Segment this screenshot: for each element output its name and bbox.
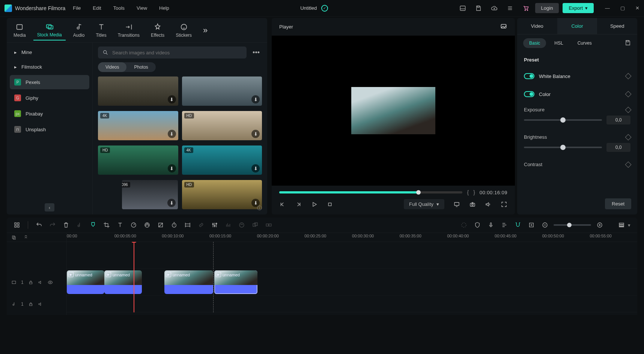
- thumbnail[interactable]: 4K⬇: [98, 111, 178, 140]
- tab-transitions[interactable]: Transitions: [114, 21, 143, 40]
- render-icon[interactable]: [460, 222, 467, 228]
- audio-mixer-icon[interactable]: [501, 222, 508, 228]
- menu-help[interactable]: Help: [159, 5, 169, 11]
- audio-track[interactable]: [67, 296, 637, 312]
- reset-button[interactable]: Reset: [605, 198, 631, 209]
- lock-icon[interactable]: [28, 302, 33, 307]
- fullscreen-icon[interactable]: [501, 201, 507, 208]
- export-button[interactable]: Export▾: [563, 3, 594, 13]
- thumbnail[interactable]: HD⬇: [182, 111, 262, 140]
- timeline-tracks[interactable]: ▶unnamed ▶unnamed ▶unnamed ▶unnamed: [67, 242, 637, 312]
- menu-edit[interactable]: Edit: [93, 5, 101, 11]
- thumbnail[interactable]: 2160x4096⬇: [122, 180, 178, 209]
- display-icon[interactable]: [453, 201, 460, 208]
- search-input[interactable]: [112, 50, 242, 56]
- snapshot-compare-icon[interactable]: [500, 22, 507, 31]
- thumbnail[interactable]: 4K⬇: [182, 146, 262, 175]
- keyframe-panel-icon[interactable]: [184, 222, 191, 228]
- subtab-basic[interactable]: Basic: [523, 38, 546, 48]
- stop-icon[interactable]: [327, 201, 333, 208]
- brightness-slider[interactable]: [524, 147, 602, 148]
- track-view-icon[interactable]: [618, 222, 625, 228]
- link-icon[interactable]: [198, 222, 205, 228]
- tab-audio[interactable]: Audio: [69, 21, 89, 40]
- keyframe-icon[interactable]: [625, 91, 632, 98]
- login-button[interactable]: Login: [535, 3, 559, 13]
- thumbnail[interactable]: HD⬇: [182, 180, 262, 209]
- grid-icon[interactable]: [14, 222, 20, 228]
- compound-icon[interactable]: [265, 222, 272, 228]
- cloud-icon[interactable]: [491, 5, 498, 12]
- maximize-button[interactable]: ▢: [620, 5, 625, 11]
- equalizer-icon[interactable]: [225, 222, 232, 228]
- search-box[interactable]: [98, 46, 247, 58]
- quality-dropdown[interactable]: Full Quality▾: [404, 199, 444, 209]
- exposure-slider[interactable]: [524, 119, 602, 121]
- sidebar-item-pexels[interactable]: PPexels: [10, 75, 89, 89]
- subtab-curves[interactable]: Curves: [572, 38, 598, 48]
- marker-icon[interactable]: [90, 222, 96, 228]
- clip[interactable]: ▶unnamed: [104, 270, 142, 294]
- close-button[interactable]: ✕: [635, 5, 639, 11]
- menu-view[interactable]: View: [137, 5, 147, 11]
- delete-icon[interactable]: [63, 222, 69, 228]
- keyframe-icon[interactable]: [625, 106, 632, 113]
- crop-icon[interactable]: [103, 222, 110, 228]
- copy-icon[interactable]: [11, 234, 17, 241]
- timeline-ruler[interactable]: 00:00 00:00:05:00 00:00:10:00 00:00:15:0…: [67, 233, 637, 242]
- list-icon[interactable]: [507, 5, 513, 12]
- volume-icon[interactable]: [485, 201, 492, 208]
- save-icon[interactable]: [475, 5, 482, 12]
- color-icon[interactable]: [144, 222, 150, 228]
- download-icon[interactable]: ⬇: [168, 130, 176, 138]
- filter-photos[interactable]: Photos: [126, 62, 155, 72]
- video-track[interactable]: ▶unnamed ▶unnamed ▶unnamed ▶unnamed: [67, 269, 637, 296]
- thumbnail[interactable]: ⬇: [98, 76, 178, 106]
- zoom-in-icon[interactable]: [596, 222, 603, 228]
- eye-icon[interactable]: [48, 280, 53, 285]
- white-balance-toggle[interactable]: [524, 73, 534, 79]
- mute-icon[interactable]: [38, 302, 43, 307]
- inspector-tab-video[interactable]: Video: [517, 18, 557, 34]
- keyframe-icon[interactable]: [625, 134, 632, 140]
- thumbnail[interactable]: HD⬇: [98, 146, 178, 175]
- color-toggle[interactable]: [524, 91, 534, 97]
- sidebar-collapse-button[interactable]: ‹: [45, 203, 54, 212]
- chevron-down-icon[interactable]: ▾: [628, 222, 630, 228]
- inspector-tab-color[interactable]: Color: [557, 18, 597, 34]
- text-icon[interactable]: [117, 222, 123, 228]
- project-title[interactable]: Untitled: [300, 5, 317, 11]
- mixer-icon[interactable]: [211, 222, 218, 228]
- brightness-value[interactable]: 0,0: [606, 143, 630, 152]
- menu-file[interactable]: File: [73, 5, 81, 11]
- subtab-hsl[interactable]: HSL: [548, 38, 569, 48]
- speed-icon[interactable]: [130, 222, 137, 228]
- clip[interactable]: ▶unnamed: [67, 270, 104, 294]
- step-fwd-icon[interactable]: [295, 201, 302, 208]
- zoom-out-icon[interactable]: [542, 222, 548, 228]
- filter-videos[interactable]: Videos: [98, 62, 126, 72]
- keyframe-icon[interactable]: [625, 161, 632, 168]
- preview-viewport[interactable]: [272, 36, 515, 186]
- sidebar-item-giphy[interactable]: GGiphy: [10, 91, 89, 105]
- playhead[interactable]: [134, 242, 134, 312]
- camera-icon[interactable]: [469, 201, 476, 208]
- green-screen-icon[interactable]: [157, 222, 164, 228]
- download-icon[interactable]: ⬇: [251, 95, 260, 104]
- tab-stickers[interactable]: Stickers: [172, 21, 196, 40]
- tab-stock-media[interactable]: Stock Media: [33, 20, 66, 40]
- magnet-icon[interactable]: [515, 222, 521, 228]
- mark-out-icon[interactable]: }: [473, 189, 475, 195]
- clip-selected[interactable]: ▶unnamed: [214, 270, 257, 294]
- sidebar-item-pixabay[interactable]: pxPixabay: [10, 106, 89, 121]
- seek-bar[interactable]: [279, 191, 462, 194]
- tabs-more-icon[interactable]: »: [199, 26, 208, 35]
- group-icon[interactable]: [252, 222, 259, 228]
- sidebar-item-unsplash[interactable]: ⊓Unsplash: [10, 122, 89, 136]
- download-icon[interactable]: ⬇: [251, 130, 260, 138]
- clip[interactable]: ▶unnamed: [164, 270, 213, 294]
- sidebar-item-filmstock[interactable]: ▸Filmstock: [10, 60, 89, 74]
- step-back-icon[interactable]: [279, 201, 286, 208]
- tab-titles[interactable]: Titles: [92, 21, 110, 40]
- mark-in-icon[interactable]: {: [467, 189, 469, 195]
